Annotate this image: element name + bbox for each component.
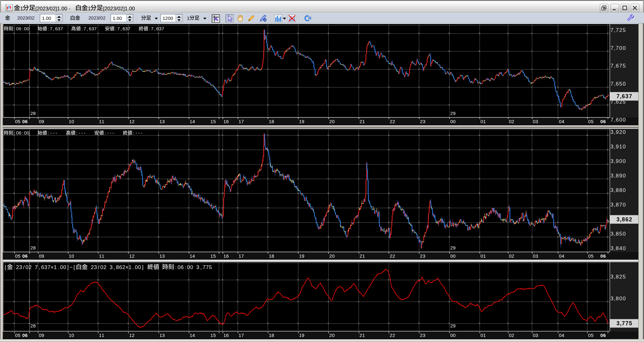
svg-text:1: 1 xyxy=(88,6,91,11)
svg-text:1: 1 xyxy=(20,6,23,11)
svg-text:1: 1 xyxy=(187,15,189,21)
svg-text:[2023/02]1.00 -: [2023/02]1.00 - xyxy=(35,6,70,11)
svg-text:[2023/02]1.00: [2023/02]1.00 xyxy=(103,6,135,11)
svg-text:R: R xyxy=(308,16,312,21)
